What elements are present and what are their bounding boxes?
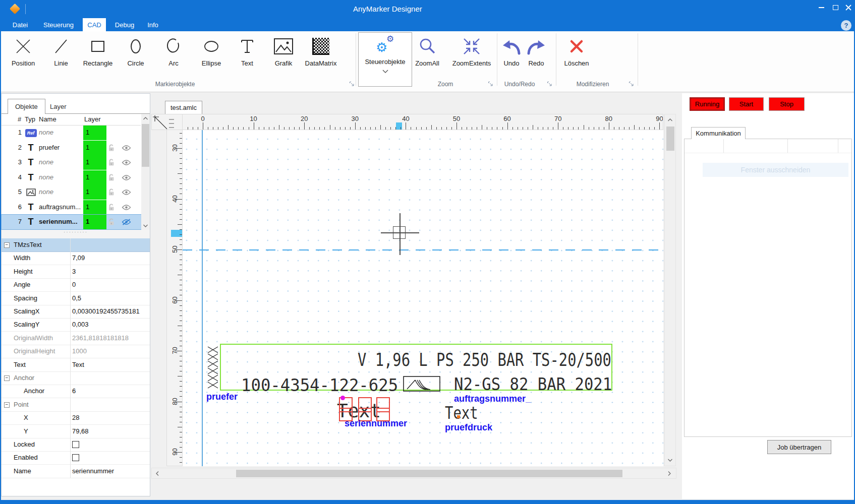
property-row-y[interactable]: Y79,68 — [2, 425, 150, 438]
checkbox-enabled[interactable] — [72, 454, 79, 461]
menu-steuerung[interactable]: Steuerung — [39, 18, 78, 31]
property-value[interactable]: 0 — [72, 281, 76, 288]
menu-debug[interactable]: Debug — [111, 18, 138, 31]
property-value[interactable]: seriennummer — [72, 467, 114, 475]
zoomall-button[interactable]: ZoomAll — [411, 33, 444, 76]
property-row-width[interactable]: Width7,09 — [2, 251, 150, 265]
object-row-2[interactable]: 2Tpruefer1 — [2, 141, 141, 155]
eye-icon[interactable] — [122, 204, 131, 212]
scroll-down-icon[interactable] — [141, 221, 150, 230]
property-value[interactable]: Text — [72, 361, 84, 368]
object-row-6[interactable]: 6Tauftragsnum...1 — [2, 200, 141, 215]
property-value[interactable]: 7,09 — [72, 254, 85, 262]
selection-handle[interactable] — [376, 397, 390, 421]
lock-icon[interactable] — [107, 218, 116, 227]
property-row-enabled[interactable]: Enabled — [2, 451, 150, 465]
tab-objekte[interactable]: Objekte — [8, 99, 45, 114]
logo-graphic[interactable] — [403, 376, 440, 392]
scroll-thumb[interactable] — [236, 470, 622, 477]
dialog-launcher-icon[interactable] — [349, 81, 355, 87]
tool-datamatrix-button[interactable]: DataMatrix — [304, 33, 337, 76]
dialog-launcher-icon[interactable] — [629, 81, 635, 87]
tool-ellipse-button[interactable]: Ellipse — [195, 33, 228, 76]
property-value[interactable]: 0,5 — [72, 294, 81, 302]
property-row-scalingy[interactable]: ScalingY0,003 — [2, 318, 150, 332]
scroll-thumb[interactable] — [666, 127, 674, 151]
cad-text-object-pruefdruck[interactable]: Text — [445, 404, 478, 422]
lock-icon[interactable] — [107, 188, 116, 198]
object-list-scrollbar[interactable] — [141, 114, 150, 230]
tool-grafik-button[interactable]: Grafik — [267, 33, 300, 76]
property-value[interactable]: 0,003 — [72, 321, 89, 328]
job-uebertragen-button[interactable]: Job übertragen — [767, 440, 831, 454]
property-row-locked[interactable]: Locked — [2, 438, 150, 452]
cad-text-line2-right[interactable]: N2-GS 82 BAR 2021 — [454, 375, 612, 394]
property-row-anchor[interactable]: Anchor6 — [2, 385, 150, 398]
scroll-down-icon[interactable] — [666, 456, 674, 464]
property-row-scalingx[interactable]: ScalingX0,00300192455735181 — [2, 305, 150, 319]
menu-cad[interactable]: CAD — [83, 18, 106, 31]
property-row-text[interactable]: TextText — [2, 358, 150, 372]
lock-icon[interactable] — [107, 203, 116, 213]
stop-button[interactable]: Stop — [769, 97, 805, 111]
maximize-button[interactable] — [829, 0, 842, 15]
tool-rectangle-button[interactable]: Rectangle — [81, 33, 115, 76]
start-button[interactable]: Start — [729, 97, 764, 111]
collapse-icon[interactable]: − — [4, 242, 10, 248]
document-tab[interactable]: test.amlc — [165, 101, 202, 114]
checkbox-locked[interactable] — [72, 441, 79, 448]
eye-off-icon[interactable] — [122, 219, 131, 227]
property-row-name[interactable]: Nameseriennummer — [2, 465, 150, 478]
property-row-originalwidth[interactable]: OriginalWidth2361,81818181818 — [2, 332, 150, 345]
dialog-launcher-icon[interactable] — [547, 81, 553, 87]
tool-linie-button[interactable]: Linie — [44, 33, 78, 76]
collapse-icon[interactable]: − — [4, 402, 10, 408]
loeschen-button[interactable]: Löschen — [559, 33, 594, 76]
redo-button[interactable]: Redo — [521, 33, 551, 76]
running-indicator[interactable]: Running — [690, 97, 725, 111]
menu-info[interactable]: Info — [143, 18, 162, 31]
tab-kommunikation[interactable]: Kommunikation — [691, 127, 746, 139]
steuerobjekte-button[interactable]: ⚙⚙ Steuerobjekte — [358, 32, 412, 87]
property-value[interactable]: 2361,81818181818 — [72, 334, 129, 342]
tool-text-button[interactable]: Text — [231, 33, 264, 76]
scroll-up-icon[interactable] — [666, 115, 674, 124]
dialog-launcher-icon[interactable] — [488, 81, 494, 87]
property-row-angle[interactable]: Angle0 — [2, 278, 150, 292]
collapse-icon[interactable]: − — [4, 375, 10, 381]
eye-icon[interactable] — [122, 189, 131, 197]
eye-icon[interactable] — [122, 174, 131, 182]
object-row-3[interactable]: 3Tnone1 — [2, 155, 141, 170]
menu-datei[interactable]: Datei — [9, 18, 31, 31]
lock-icon[interactable] — [107, 158, 116, 168]
cad-text-line1[interactable]: V 1,96 L PS 250 BAR TS-20/500 — [358, 350, 611, 369]
property-row-originalheight[interactable]: OriginalHeight1000 — [2, 345, 150, 358]
object-row-4[interactable]: 4Tnone1 — [2, 170, 141, 185]
scroll-up-icon[interactable] — [141, 114, 150, 122]
panel-splitter[interactable]: ········· — [2, 230, 150, 238]
tab-layer[interactable]: Layer — [43, 99, 74, 114]
eye-icon[interactable] — [122, 159, 131, 167]
cad-text-partnumber[interactable]: 100-4354-122-625 — [241, 376, 398, 395]
property-row-x[interactable]: X28 — [2, 411, 150, 425]
property-row-spacing[interactable]: Spacing0,5 — [2, 292, 150, 305]
property-value[interactable]: 79,68 — [72, 427, 89, 435]
tool-arc-button[interactable]: Arc — [157, 33, 190, 76]
help-button[interactable]: ? — [841, 20, 851, 31]
tool-position-button[interactable]: Position — [7, 33, 40, 76]
lock-icon[interactable] — [107, 144, 116, 153]
canvas-vertical-scrollbar[interactable] — [664, 114, 676, 466]
drawing-viewport[interactable]: V 1,96 L PS 250 BAR TS-20/500 100-4354-1… — [183, 130, 663, 466]
property-row-height[interactable]: Height3 — [2, 265, 150, 279]
minimize-button[interactable] — [815, 0, 828, 15]
object-row-1[interactable]: 1Refnone1 — [2, 125, 141, 140]
property-value[interactable]: 0,00300192455735181 — [72, 307, 140, 315]
scroll-left-icon[interactable] — [153, 469, 161, 478]
property-value[interactable]: 28 — [72, 414, 79, 421]
canvas-horizontal-scrollbar[interactable] — [151, 468, 676, 479]
selection-handle[interactable] — [358, 397, 372, 421]
eye-icon[interactable] — [122, 145, 131, 153]
selection-handle[interactable] — [339, 397, 353, 421]
property-value[interactable]: 3 — [72, 268, 76, 275]
close-button[interactable] — [842, 0, 855, 15]
